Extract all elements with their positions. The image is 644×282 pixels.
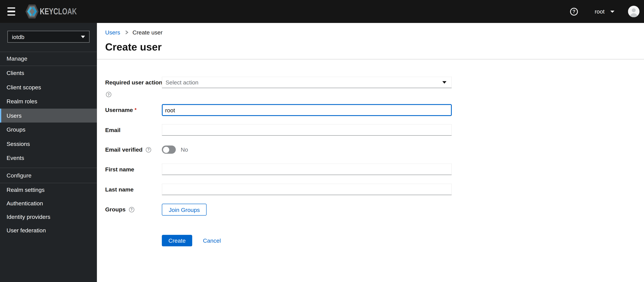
chevron-down-icon <box>81 35 85 38</box>
control-cell <box>162 184 452 195</box>
control-cell: No <box>162 144 452 155</box>
avatar[interactable] <box>628 6 640 17</box>
chevron-right-icon <box>124 30 129 35</box>
realm-name: iotdb <box>12 33 24 40</box>
required-user-actions-label: Required user actions <box>105 77 162 88</box>
first-name-label: First name <box>105 166 134 173</box>
help-icon[interactable]: ? <box>129 207 134 212</box>
help-icon[interactable]: ? <box>106 92 111 97</box>
form-actions-row: Create Cancel <box>105 235 644 246</box>
main-content: Users Create user Create user Required u… <box>97 23 644 282</box>
label-cell: Groups ? <box>105 204 162 215</box>
sidebar-item-sessions[interactable]: Sessions <box>0 137 97 151</box>
chevron-down-icon <box>442 81 446 84</box>
breadcrumb: Users Create user <box>105 29 644 36</box>
form-row-email: Email <box>105 124 644 136</box>
required-asterisk: * <box>134 107 136 113</box>
page-header: Users Create user Create user <box>97 23 644 59</box>
breadcrumb-current: Create user <box>132 29 162 36</box>
sidebar-item-user-federation[interactable]: User federation <box>0 224 97 237</box>
email-verified-label: Email verified <box>105 144 142 155</box>
sidebar-item-events[interactable]: Events <box>0 151 97 165</box>
form-row-groups: Groups ? Join Groups <box>105 204 644 215</box>
control-cell <box>162 104 452 116</box>
realm-selector[interactable]: iotdb <box>8 31 90 43</box>
control-cell <box>162 163 452 175</box>
join-groups-button[interactable]: Join Groups <box>162 204 207 215</box>
create-user-form: Required user actions ? Select action Us… <box>97 77 644 246</box>
form-row-username: Username* <box>105 104 644 116</box>
breadcrumb-users-link[interactable]: Users <box>105 29 120 36</box>
help-icon[interactable]: ? <box>570 7 578 15</box>
last-name-input[interactable] <box>162 184 452 195</box>
toggle-state-label: No <box>181 146 188 153</box>
label-cell: First name <box>105 163 162 175</box>
hamburger-menu-icon[interactable] <box>8 7 15 16</box>
nav-section-manage-label: Manage <box>0 52 97 66</box>
user-menu-dropdown[interactable]: root <box>594 8 614 15</box>
sidebar-item-identity-providers[interactable]: Identity providers <box>0 210 97 224</box>
help-icon[interactable]: ? <box>146 147 151 152</box>
label-cell: Email <box>105 124 162 136</box>
label-cell: Required user actions ? <box>105 77 162 97</box>
control-cell: Join Groups <box>162 204 452 215</box>
brand-wordmark: KEYCLOAK <box>40 6 77 16</box>
control-cell: Select action <box>162 77 452 88</box>
nav-configure: Realm settings Authentication Identity p… <box>0 183 97 237</box>
toggle-knob <box>163 146 169 153</box>
username-label-text: Username <box>105 107 133 113</box>
sidebar-item-users[interactable]: Users <box>0 108 97 123</box>
sidebar-item-realm-roles[interactable]: Realm roles <box>0 94 97 108</box>
nav-manage: Clients Client scopes Realm roles Users … <box>0 66 97 165</box>
keycloak-logo-image: KEYCLOAK <box>24 3 78 19</box>
sidebar-item-client-scopes[interactable]: Client scopes <box>0 80 97 94</box>
required-user-actions-select[interactable]: Select action <box>162 77 452 88</box>
label-cell: Username* <box>105 104 162 116</box>
label-cell: Last name <box>105 184 162 195</box>
keycloak-logo[interactable]: KEYCLOAK <box>24 0 78 23</box>
groups-label: Groups <box>105 204 126 215</box>
username-input[interactable] <box>162 104 452 116</box>
email-label: Email <box>105 127 120 133</box>
select-placeholder: Select action <box>166 79 198 86</box>
create-button[interactable]: Create <box>162 235 192 246</box>
keycloak-admin-console: KEYCLOAK ? root iotdb Manage Clients <box>0 0 644 282</box>
cancel-button[interactable]: Cancel <box>203 237 221 244</box>
actions-cell: Create Cancel <box>162 235 452 246</box>
sidebar-item-groups[interactable]: Groups <box>0 123 97 137</box>
label-cell: Email verified ? <box>105 144 162 155</box>
last-name-label: Last name <box>105 186 134 193</box>
masthead-right: ? root <box>570 6 644 17</box>
sidebar-item-clients[interactable]: Clients <box>0 66 97 80</box>
chevron-down-icon <box>610 10 614 12</box>
sidebar-item-realm-settings[interactable]: Realm settings <box>0 183 97 197</box>
first-name-input[interactable] <box>162 163 452 175</box>
sidebar-item-authentication[interactable]: Authentication <box>0 197 97 210</box>
form-row-required-user-actions: Required user actions ? Select action <box>105 77 644 97</box>
email-verified-toggle[interactable] <box>162 145 176 154</box>
control-cell <box>162 124 452 136</box>
masthead: KEYCLOAK ? root <box>0 0 644 23</box>
form-row-email-verified: Email verified ? No <box>105 144 644 155</box>
form-row-first-name: First name <box>105 163 644 175</box>
sidebar: iotdb Manage Clients Client scopes Realm… <box>0 23 97 282</box>
email-input[interactable] <box>162 124 452 136</box>
username-label: Username* <box>105 107 136 113</box>
current-user-label: root <box>594 8 604 15</box>
page-title: Create user <box>105 41 644 53</box>
form-row-last-name: Last name <box>105 184 644 195</box>
nav-section-configure-label: Configure <box>0 168 97 182</box>
